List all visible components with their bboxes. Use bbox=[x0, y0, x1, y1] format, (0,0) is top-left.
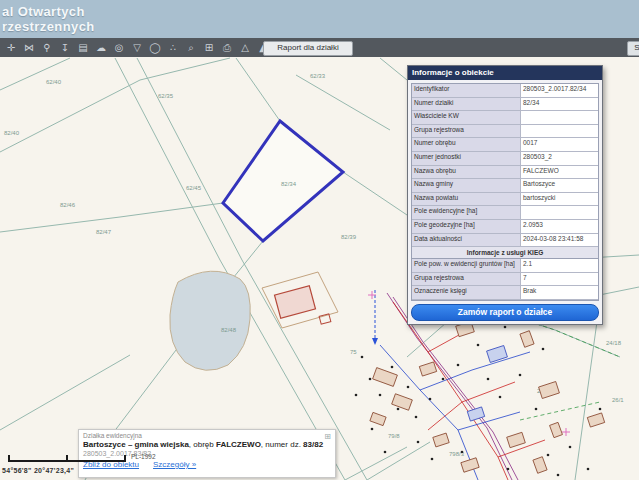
info-row-value bbox=[521, 111, 598, 124]
info-row-value: 280503_2 bbox=[521, 152, 598, 165]
points-icon[interactable]: ∴ bbox=[167, 42, 179, 53]
tree-symbol bbox=[499, 396, 502, 399]
kieg-rows: Pole pow. w ewidencji gruntów [ha]2.1Gru… bbox=[411, 258, 599, 301]
cart-icon[interactable]: ⊞ bbox=[203, 42, 215, 53]
info-row: Data aktualności2024-03-08 23:41:58 bbox=[412, 234, 598, 248]
info-row: Numer obrębu0017 bbox=[412, 138, 598, 152]
building-footprint bbox=[433, 433, 449, 447]
building-footprint bbox=[520, 331, 534, 348]
info-row: Numer działki82/34 bbox=[412, 98, 598, 112]
info-row-label: Numer jednostki bbox=[412, 152, 521, 165]
parcel-label: 82/47 bbox=[96, 229, 112, 235]
tree-symbol bbox=[457, 364, 460, 367]
info-rows: Identyfikator280503_2.0017.82/34Numer dz… bbox=[411, 83, 599, 247]
info-row-value: 280503_2.0017.82/34 bbox=[521, 84, 598, 97]
info-row-label: Data aktualności bbox=[412, 234, 521, 247]
tree-symbol bbox=[519, 374, 522, 377]
info-row: Pole geodezyjne [ha]2.0953 bbox=[412, 220, 598, 234]
tree-symbol bbox=[569, 446, 572, 449]
search-icon[interactable]: ⌕ bbox=[185, 42, 197, 53]
result-gmina: Bartoszyce – gmina wiejska bbox=[83, 440, 189, 449]
toolbar-icons: ✛⋈⚲↧▤☁◎▽◯∴⌕⊞⎙△▲ bbox=[0, 42, 269, 53]
parcel-label: 26/1 bbox=[612, 397, 624, 403]
measure-icon[interactable]: △ bbox=[239, 42, 251, 53]
tree-symbol bbox=[557, 474, 560, 477]
coords-icon[interactable]: ◎ bbox=[113, 42, 125, 53]
building-footprint bbox=[461, 458, 479, 472]
building-footprint bbox=[550, 422, 563, 437]
parcel-label: 62/40 bbox=[46, 79, 62, 85]
cloud-icon[interactable]: ☁ bbox=[95, 42, 107, 53]
layers-icon[interactable]: ▤ bbox=[77, 42, 89, 53]
tree-symbol bbox=[461, 451, 464, 454]
building-footprint bbox=[533, 457, 547, 474]
result-title: Bartoszyce – gmina wiejska, obręb FALCZE… bbox=[83, 440, 331, 449]
building-footprint bbox=[467, 407, 484, 421]
pan-icon[interactable]: ⋈ bbox=[23, 42, 35, 53]
info-row-value: Brak bbox=[521, 286, 598, 299]
building-footprint bbox=[370, 412, 386, 425]
info-row-value: 7 bbox=[521, 273, 598, 286]
info-row-label: Nazwa obrębu bbox=[412, 166, 521, 179]
info-row-label: Pole geodezyjne [ha] bbox=[412, 220, 521, 233]
panel-title: Informacje o obiekcie bbox=[408, 66, 602, 80]
parcel-label: 62/33 bbox=[310, 73, 326, 79]
tree-symbol bbox=[599, 408, 602, 411]
tree-symbol bbox=[417, 441, 420, 444]
info-row: Numer jednostki280503_2 bbox=[412, 152, 598, 166]
result-parcel-number: 83/82 bbox=[303, 440, 323, 449]
info-row: Pole ewidencyjne [ha] bbox=[412, 206, 598, 220]
result-sep1: , obręb bbox=[189, 440, 216, 449]
dashed-utility-line bbox=[372, 290, 378, 345]
result-type-label: Działka ewidencyjna bbox=[83, 432, 331, 439]
parcel-label: 62/45 bbox=[186, 185, 202, 191]
print-icon[interactable]: ⎙ bbox=[221, 42, 233, 53]
result-obreb: FALCZEWO bbox=[216, 440, 261, 449]
parcel-report-button[interactable]: Raport dla działki bbox=[263, 41, 353, 56]
tree-symbol bbox=[361, 356, 364, 359]
info-row-value bbox=[521, 125, 598, 138]
info-row-value: 2.0953 bbox=[521, 220, 598, 233]
info-row-label: Pole ewidencyjne [ha] bbox=[412, 206, 521, 219]
info-row-value: FALCZEWO bbox=[521, 166, 598, 179]
parcel-label: 79/8 bbox=[388, 433, 400, 439]
tree-symbol bbox=[379, 394, 382, 397]
grid-icon[interactable]: ⊞ bbox=[324, 432, 331, 441]
info-row-value: 82/34 bbox=[521, 98, 598, 111]
tree-symbol bbox=[507, 468, 510, 471]
info-row-label: Numer obrębu bbox=[412, 138, 521, 151]
parcel-label: 24/18 bbox=[606, 340, 622, 346]
info-row-label: Identyfikator bbox=[412, 84, 521, 97]
toolbar-corner-button[interactable]: S bbox=[627, 41, 639, 56]
tree-symbol bbox=[431, 458, 434, 461]
tree-symbol bbox=[407, 386, 410, 389]
info-row-value: 2024-03-08 23:41:58 bbox=[521, 234, 598, 247]
download-icon[interactable]: ↧ bbox=[59, 42, 71, 53]
tree-symbol bbox=[391, 366, 394, 369]
marker-icon[interactable]: ⚲ bbox=[41, 42, 53, 53]
tree-symbol bbox=[355, 394, 358, 397]
app-header: al Otwartych rzestrzennych bbox=[0, 0, 639, 38]
building-footprint bbox=[373, 368, 398, 387]
info-row-label: Numer działki bbox=[412, 98, 521, 111]
info-row-label: Nazwa powiatu bbox=[412, 193, 521, 206]
info-row-value: 0017 bbox=[521, 138, 598, 151]
tree-symbol bbox=[542, 348, 545, 351]
info-row: Nazwa powiatubartoszycki bbox=[412, 193, 598, 207]
tree-symbol bbox=[384, 451, 387, 454]
tree-symbol bbox=[535, 408, 538, 411]
parcel-label: 82/39 bbox=[341, 234, 357, 240]
polygon-icon[interactable]: ◯ bbox=[149, 42, 161, 53]
dropper-icon[interactable]: ▽ bbox=[131, 42, 143, 53]
parcel-label: 62/35 bbox=[158, 93, 174, 99]
tree-symbol bbox=[415, 416, 418, 419]
info-row-value: Bartoszyce bbox=[521, 179, 598, 192]
info-row-value bbox=[521, 206, 598, 219]
info-row: Nazwa gminyBartoszyce bbox=[412, 179, 598, 193]
select-icon[interactable]: ✛ bbox=[5, 42, 17, 53]
details-link[interactable]: Szczegóły » bbox=[153, 460, 196, 469]
info-row-label: Grupa rejestrowa bbox=[412, 273, 521, 286]
building-footprint bbox=[419, 362, 436, 376]
order-report-button[interactable]: Zamów raport o działce bbox=[411, 304, 599, 321]
result-sep2: , numer dz. bbox=[261, 440, 303, 449]
